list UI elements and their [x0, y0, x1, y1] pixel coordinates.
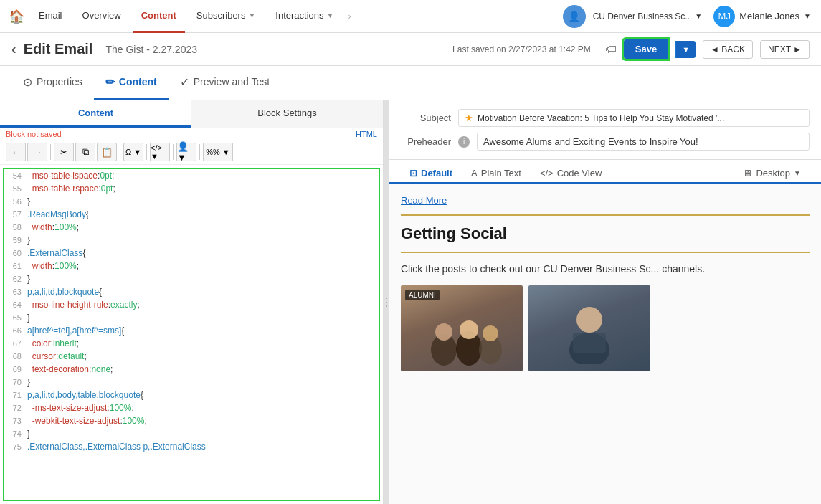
- subject-label: Subject: [401, 113, 451, 123]
- code-line-56: 56 }: [4, 195, 379, 208]
- preheader-field[interactable]: Awesome Alums and Exciting Events to Ins…: [477, 133, 810, 151]
- edit-email-title: Edit Email: [24, 41, 93, 57]
- view-tab-plain-text[interactable]: A Plain Text: [462, 164, 530, 184]
- code-line-66: 66 a[href^=tel],a[href^=sms]{: [4, 324, 379, 337]
- editor-toolbar: ← → ✂ ⧉ 📋 Ω ▼ </> ▼ 👤 ▼ %% ▼: [0, 140, 383, 165]
- code-line-57: 57 .ReadMsgBody{: [4, 208, 379, 221]
- preview-images: ALUMNI: [401, 285, 810, 371]
- email-preview[interactable]: Read More Getting Social Click the posts…: [389, 184, 821, 504]
- toolbar-percent[interactable]: %% ▼: [203, 143, 233, 161]
- home-icon[interactable]: 🏠: [6, 6, 27, 27]
- nav-tab-overview[interactable]: Overview: [74, 0, 130, 33]
- content-icon: ✏: [105, 75, 115, 89]
- desktop-tab-icon: 🖥: [743, 168, 752, 179]
- toolbar-paste[interactable]: 📋: [97, 143, 117, 161]
- next-button[interactable]: NEXT ►: [760, 40, 810, 59]
- nav-tab-email[interactable]: Email: [30, 0, 71, 33]
- code-line-75: 75 .ExternalClass,.ExternalClass p,.Exte…: [4, 440, 379, 453]
- view-tab-code-view[interactable]: </> Code View: [531, 164, 610, 184]
- back-arrow-button[interactable]: ‹: [11, 41, 16, 57]
- sub-navigation: ⊙ Properties ✏ Content ✓ Preview and Tes…: [0, 66, 821, 100]
- code-line-60: 60 .ExternalClass{: [4, 247, 379, 260]
- code-line-62: 62 }: [4, 272, 379, 285]
- subject-row: Subject ★ Motivation Before Vacation: 5 …: [401, 106, 810, 130]
- default-tab-icon: ⊡: [409, 168, 417, 179]
- nav-tab-interactions[interactable]: Interactions ▼: [267, 0, 342, 33]
- save-dropdown-button[interactable]: ▼: [675, 41, 696, 58]
- preheader-row: Preheader i Awesome Alums and Exciting E…: [401, 130, 810, 153]
- left-tab-block-settings[interactable]: Block Settings: [191, 100, 383, 128]
- preview-check-icon: ✓: [180, 75, 189, 89]
- tag-icon[interactable]: 🏷: [605, 43, 617, 56]
- block-not-saved-label: Block not saved: [6, 130, 62, 138]
- code-view-tab-icon: </>: [540, 168, 554, 179]
- toolbar-cut[interactable]: ✂: [54, 143, 74, 161]
- svg-point-1: [435, 323, 452, 341]
- main-content: Content Block Settings Block not saved H…: [0, 100, 821, 504]
- toolbar-sep-5: [199, 144, 200, 160]
- toolbar-personalize[interactable]: 👤 ▼: [176, 143, 196, 161]
- toolbar-sep-2: [120, 144, 120, 160]
- user-menu[interactable]: MJ Melanie Jones ▼: [709, 6, 815, 27]
- sub-tab-preview-test[interactable]: ✓ Preview and Test: [169, 66, 281, 100]
- svg-point-5: [483, 325, 498, 341]
- code-line-64: 64 mso-line-height-rule:exactly;: [4, 298, 379, 311]
- preview-image-1: ALUMNI: [401, 285, 523, 371]
- panel-resize-handle[interactable]: [384, 100, 389, 504]
- toolbar-redo[interactable]: →: [27, 143, 47, 161]
- left-tab-content[interactable]: Content: [0, 100, 191, 128]
- preheader-label: Preheader: [401, 136, 451, 147]
- subject-field[interactable]: ★ Motivation Before Vacation: 5 Tips to …: [458, 109, 810, 127]
- view-tab-default[interactable]: ⊡ Default: [401, 164, 461, 184]
- view-tabs: ⊡ Default A Plain Text </> Code View 🖥 D…: [389, 160, 821, 184]
- org-selector[interactable]: CU Denver Business Sc... ▼: [589, 11, 707, 22]
- left-panel-tabs: Content Block Settings: [0, 100, 383, 128]
- plain-text-tab-icon: A: [471, 168, 478, 179]
- html-mode-button[interactable]: HTML: [356, 130, 377, 138]
- org-avatar[interactable]: 👤: [563, 5, 586, 28]
- properties-icon: ⊙: [23, 75, 32, 89]
- sub-tab-content[interactable]: ✏ Content: [94, 66, 169, 100]
- toolbar-sep-3: [146, 144, 147, 160]
- nav-tab-content[interactable]: Content: [133, 0, 185, 33]
- last-saved-text: Last saved on 2/27/2023 at 1:42 PM: [452, 44, 591, 54]
- svg-point-3: [460, 320, 478, 339]
- subscribers-dropdown-arrow: ▼: [248, 11, 255, 19]
- code-line-73: 73 -webkit-text-size-adjust:100%;: [4, 414, 379, 427]
- toolbar-sep-1: [50, 144, 51, 160]
- block-not-saved-bar: Block not saved HTML: [0, 128, 383, 140]
- nav-more-chevron[interactable]: ›: [345, 11, 353, 22]
- code-line-61: 61 width:100%;: [4, 260, 379, 272]
- email-subtitle: The Gist - 2.27.2023: [105, 44, 197, 55]
- code-line-70: 70 }: [4, 376, 379, 389]
- svg-point-6: [576, 307, 602, 333]
- code-line-59: 59 }: [4, 234, 379, 247]
- preheader-info-icon[interactable]: i: [458, 136, 470, 148]
- sub-tab-properties[interactable]: ⊙ Properties: [11, 66, 94, 100]
- toolbar-copy[interactable]: ⧉: [75, 143, 95, 161]
- interactions-dropdown-arrow: ▼: [327, 11, 334, 19]
- email-fields: Subject ★ Motivation Before Vacation: 5 …: [389, 100, 821, 160]
- toolbar-source[interactable]: </> ▼: [150, 143, 170, 161]
- save-button[interactable]: Save: [624, 39, 668, 59]
- user-avatar: MJ: [713, 6, 735, 27]
- toolbar-special-chars[interactable]: Ω ▼: [123, 143, 143, 161]
- back-button[interactable]: ◄ BACK: [703, 40, 753, 59]
- subject-star-icon: ★: [465, 113, 473, 123]
- preview-body-text: Click the posts to check out our CU Denv…: [401, 262, 810, 277]
- code-line-65: 65 }: [4, 311, 379, 324]
- code-line-54: 54 mso-table-lspace:0pt;: [4, 169, 379, 182]
- code-line-74: 74 }: [4, 427, 379, 440]
- view-tab-desktop[interactable]: 🖥 Desktop ▼: [734, 164, 810, 184]
- code-line-72: 72 -ms-text-size-adjust:100%;: [4, 401, 379, 414]
- nav-tab-subscribers[interactable]: Subscribers ▼: [188, 0, 265, 33]
- edit-email-bar: ‹ Edit Email The Gist - 2.27.2023 Last s…: [0, 33, 821, 66]
- preview-section-heading: Getting Social: [401, 224, 810, 243]
- code-editor[interactable]: 54 mso-table-lspace:0pt; 55 mso-table-rs…: [3, 168, 380, 501]
- desktop-dropdown-arrow: ▼: [794, 169, 801, 177]
- left-panel: Content Block Settings Block not saved H…: [0, 100, 384, 504]
- toolbar-undo[interactable]: ←: [6, 143, 26, 161]
- code-line-58: 58 width:100%;: [4, 221, 379, 234]
- code-line-63: 63 p,a,li,td,blockquote{: [4, 285, 379, 298]
- read-more-link[interactable]: Read More: [401, 195, 810, 206]
